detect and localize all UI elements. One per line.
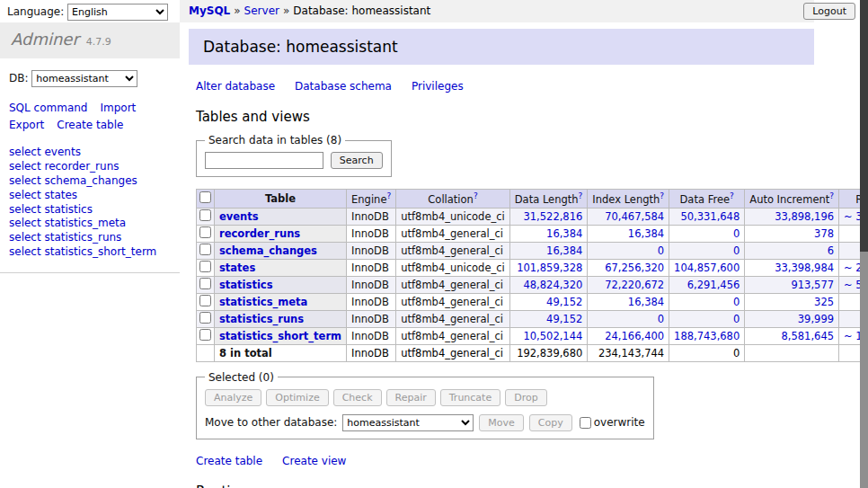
cell-value-link[interactable]: 16,384 bbox=[628, 227, 664, 240]
create-link-create-view[interactable]: Create view bbox=[282, 455, 346, 467]
row-checkbox[interactable] bbox=[199, 244, 211, 255]
table-name-link[interactable]: statistics_runs bbox=[219, 313, 304, 325]
adminer-brand-link[interactable]: Adminer bbox=[11, 30, 79, 49]
sidebar-table-link[interactable]: select statistics_short_term bbox=[9, 245, 171, 260]
db-label: DB: bbox=[9, 72, 29, 84]
cell-value-link[interactable]: 325 bbox=[814, 296, 834, 308]
cell-value-link[interactable]: 31,522,816 bbox=[523, 210, 582, 223]
cell-value-link[interactable]: 67,256,320 bbox=[605, 262, 664, 274]
cell-value-link[interactable]: 0 bbox=[658, 244, 664, 257]
select-all-checkbox[interactable] bbox=[199, 191, 211, 203]
main-content: Database: homeassistant Alter databaseDa… bbox=[189, 22, 814, 488]
cell-value-link[interactable]: 0 bbox=[658, 313, 664, 325]
row-checkbox[interactable] bbox=[199, 329, 211, 341]
cell-data_length: 10,502,144 bbox=[509, 327, 588, 344]
table-name-link[interactable]: statistics_short_term bbox=[219, 330, 341, 342]
create-link-create-table[interactable]: Create table bbox=[196, 455, 262, 467]
copy-button[interactable]: Copy bbox=[529, 414, 572, 431]
help-link[interactable]: ? bbox=[829, 191, 834, 200]
optimize-button[interactable]: Optimize bbox=[266, 389, 328, 406]
table-name-link[interactable]: recorder_runs bbox=[219, 227, 300, 240]
help-link[interactable]: ? bbox=[579, 191, 583, 200]
cell-value-link[interactable]: 188,743,680 bbox=[674, 330, 740, 342]
cell-value-link[interactable]: 24,166,400 bbox=[605, 330, 664, 342]
search-button[interactable]: Search bbox=[331, 152, 383, 169]
help-link[interactable]: ? bbox=[730, 191, 734, 200]
cell-value-link[interactable]: 49,152 bbox=[546, 296, 582, 308]
sidebar-table-link[interactable]: select recorder_runs bbox=[9, 160, 171, 174]
cell-value-link[interactable]: 0 bbox=[733, 244, 740, 257]
cell-value-link[interactable]: 50,331,648 bbox=[680, 210, 740, 223]
cell-value-link[interactable]: 48,824,320 bbox=[523, 279, 582, 291]
help-link[interactable]: ? bbox=[660, 191, 664, 200]
vertical-scrollbar[interactable] bbox=[860, 0, 868, 488]
move-db-select[interactable]: homeassistant bbox=[342, 414, 474, 431]
logout-button[interactable]: Logout bbox=[803, 3, 855, 20]
breadcrumb-server-link[interactable]: Server bbox=[244, 4, 279, 17]
sidebar-table-link[interactable]: select states bbox=[9, 189, 171, 203]
row-checkbox[interactable] bbox=[199, 312, 211, 324]
row-checkbox[interactable] bbox=[199, 261, 211, 272]
truncate-button[interactable]: Truncate bbox=[440, 389, 500, 406]
cell-value-link[interactable]: 378 bbox=[814, 227, 834, 240]
cell-value-link[interactable]: 104,857,600 bbox=[674, 262, 740, 274]
cell-value-link[interactable]: 16,384 bbox=[546, 227, 582, 240]
sidebar-action-export[interactable]: Export bbox=[9, 119, 44, 131]
cell-value-link[interactable]: 16,384 bbox=[628, 296, 664, 308]
cell-value-link[interactable]: 6,291,456 bbox=[687, 279, 740, 291]
row-checkbox[interactable] bbox=[199, 226, 211, 238]
drop-button[interactable]: Drop bbox=[505, 389, 546, 406]
language-area: Language: English bbox=[7, 4, 168, 21]
cell-value-link[interactable]: 39,999 bbox=[798, 313, 834, 325]
check-button[interactable]: Check bbox=[333, 389, 382, 406]
row-checkbox[interactable] bbox=[199, 295, 211, 306]
db-action-privileges[interactable]: Privileges bbox=[412, 80, 464, 93]
db-action-alter-database[interactable]: Alter database bbox=[196, 80, 275, 93]
row-checkbox[interactable] bbox=[199, 209, 211, 221]
table-row: eventsInnoDButf8mb4_unicode_ci31,522,816… bbox=[197, 208, 868, 225]
table-name-link[interactable]: events bbox=[219, 210, 259, 223]
sidebar-table-link[interactable]: select statistics_meta bbox=[9, 217, 171, 231]
cell-value-link[interactable]: 33,398,984 bbox=[775, 262, 834, 274]
sidebar-table-link[interactable]: select statistics_runs bbox=[9, 231, 171, 245]
cell-value-link[interactable]: 70,467,584 bbox=[605, 210, 664, 223]
db-action-database-schema[interactable]: Database schema bbox=[295, 80, 392, 93]
cell-index_length: 16,384 bbox=[588, 225, 669, 242]
table-name-link[interactable]: statistics bbox=[219, 279, 273, 291]
cell-value-link[interactable]: 0 bbox=[733, 313, 740, 325]
cell-value-link[interactable]: 6 bbox=[828, 244, 834, 257]
search-input[interactable] bbox=[205, 152, 323, 169]
cell-value-link[interactable]: 10,502,144 bbox=[523, 330, 582, 342]
row-checkbox[interactable] bbox=[199, 278, 211, 289]
table-name-link[interactable]: statistics_meta bbox=[219, 296, 307, 308]
table-name-link[interactable]: states bbox=[219, 262, 255, 274]
sidebar-action-create-table[interactable]: Create table bbox=[57, 119, 123, 131]
help-link[interactable]: ? bbox=[386, 191, 391, 200]
cell-value-link[interactable]: 33,898,196 bbox=[775, 210, 834, 223]
cell-value-link[interactable]: 72,220,672 bbox=[605, 279, 664, 291]
page-title: Database: homeassistant bbox=[189, 29, 814, 65]
breadcrumb-mysql-link[interactable]: MySQL bbox=[189, 4, 230, 17]
sidebar-action-sql-command[interactable]: SQL command bbox=[9, 102, 87, 114]
cell-value-link[interactable]: 8,581,645 bbox=[782, 330, 835, 342]
help-link[interactable]: ? bbox=[474, 191, 478, 200]
move-button[interactable]: Move bbox=[479, 414, 524, 431]
cell-collation: utf8mb4_general_ci bbox=[396, 310, 510, 327]
cell-value-link[interactable]: 0 bbox=[733, 296, 740, 308]
cell-value-link[interactable]: 0 bbox=[733, 227, 740, 240]
cell-value-link[interactable]: 913,577 bbox=[791, 279, 834, 291]
table-name-link[interactable]: schema_changes bbox=[219, 244, 317, 257]
cell-value-link[interactable]: 16,384 bbox=[546, 244, 582, 257]
cell-value-link[interactable]: 49,152 bbox=[546, 313, 582, 325]
cell-value-link[interactable]: 101,859,328 bbox=[517, 262, 582, 274]
db-select[interactable]: homeassistant bbox=[31, 70, 137, 87]
sidebar-table-link[interactable]: select statistics bbox=[9, 203, 171, 217]
language-select[interactable]: English bbox=[67, 4, 168, 21]
sidebar-table-link[interactable]: select events bbox=[9, 146, 171, 160]
repair-button[interactable]: Repair bbox=[386, 389, 436, 406]
sidebar-action-import[interactable]: Import bbox=[100, 102, 136, 114]
scrollbar-thumb[interactable] bbox=[860, 0, 868, 252]
analyze-button[interactable]: Analyze bbox=[205, 389, 261, 406]
sidebar-table-link[interactable]: select schema_changes bbox=[9, 174, 171, 189]
overwrite-checkbox[interactable] bbox=[580, 417, 591, 429]
